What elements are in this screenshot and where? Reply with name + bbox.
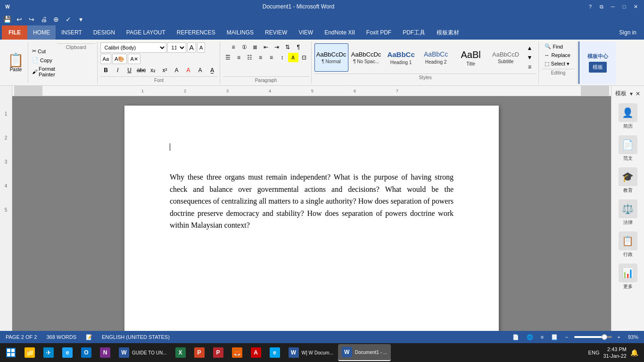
shading-btn[interactable]: A [288, 53, 298, 62]
taskbar-explorer[interactable]: 📁 [21, 344, 39, 361]
find-button[interactable]: 🔍 Find [542, 42, 575, 50]
borders-btn[interactable]: ⊡ [299, 53, 309, 62]
panel-expand-icon[interactable]: ▾ [630, 90, 633, 97]
draft-view-icon[interactable]: 📃 [549, 334, 560, 340]
italic-button[interactable]: I [112, 65, 124, 75]
taskbar-word-guide[interactable]: W GUIDE TO UN... [115, 344, 171, 361]
minimize-button[interactable]: ─ [608, 2, 618, 11]
panel-item-law[interactable]: ⚖️ 法律 [615, 197, 641, 228]
text-highlight-btn[interactable]: A [171, 65, 182, 75]
taskbar-edge[interactable]: e [266, 344, 284, 361]
panel-item-resume[interactable]: 👤 简历 [615, 101, 641, 132]
notification-icon[interactable]: 🔔 [630, 349, 638, 356]
font-color-drop-btn[interactable]: A [183, 65, 194, 75]
moban-button[interactable]: 模板 [589, 62, 607, 73]
taskbar-telegram[interactable]: ✈ [40, 344, 58, 361]
references-tab[interactable]: REFERENCES [171, 25, 221, 40]
help-button[interactable]: ? [586, 2, 595, 11]
subscript-button[interactable]: x₂ [148, 65, 159, 75]
multilevel-btn[interactable]: ≣ [250, 42, 260, 52]
font-name-select[interactable]: Calibri (Body) [100, 42, 166, 53]
taskbar-outlook[interactable]: O [77, 344, 95, 361]
pdf-tools-tab[interactable]: PDF工具 [397, 25, 431, 40]
char-shading-btn[interactable]: A [195, 65, 206, 75]
underline-button[interactable]: U [124, 65, 135, 75]
insert-tab[interactable]: INSERT [56, 25, 88, 40]
template-tab[interactable]: 模板素材 [431, 25, 465, 40]
sign-in-link[interactable]: Sign in [613, 29, 642, 36]
zoom-in-btn[interactable]: + [616, 334, 622, 340]
taskbar-ppt1[interactable]: P [190, 344, 208, 361]
close-button[interactable]: ✕ [631, 2, 640, 11]
zoom-level[interactable]: 93% [626, 334, 640, 340]
track-changes-icon[interactable]: 📝 [84, 334, 94, 340]
layout-view-icon[interactable]: 📄 [511, 334, 521, 340]
style-title[interactable]: AaBl Title [454, 43, 488, 72]
panel-header[interactable]: 模板 ▾ ✕ [611, 88, 644, 99]
font-color-btn[interactable]: A🎨 [112, 54, 127, 64]
superscript-button[interactable]: x² [159, 65, 171, 75]
font-size-select[interactable]: 11 [167, 42, 186, 53]
align-extra-btn[interactable]: ≡ [266, 53, 277, 62]
zoom-out-btn[interactable]: − [563, 334, 570, 340]
char-border-btn[interactable]: A̲ [206, 65, 218, 75]
page-info[interactable]: PAGE 2 OF 2 [4, 334, 39, 340]
bullets-btn[interactable]: ≡ [228, 42, 239, 52]
page-content[interactable]: Why these three organs must remain indep… [170, 171, 454, 231]
outline-view-icon[interactable]: ≡ [539, 334, 545, 340]
zoom-slider-track[interactable] [574, 336, 612, 338]
customize-quick-btn[interactable]: ▾ [75, 14, 86, 25]
panel-item-more[interactable]: 📊 更多 [615, 262, 641, 292]
print-quick-btn[interactable]: 🖨 [39, 14, 49, 25]
increase-indent-btn[interactable]: ⇥ [272, 42, 282, 52]
taskbar-lang[interactable]: ENG [588, 350, 600, 355]
taskbar-excel[interactable]: X [172, 344, 190, 361]
copy-button[interactable]: 📄 Copy [30, 56, 57, 64]
styles-scroll-up[interactable]: ▲ [525, 43, 535, 53]
endnote-tab[interactable]: EndNote X8 [319, 25, 361, 40]
select-button[interactable]: ⬚ Select ▾ [542, 60, 575, 68]
undo-quick-btn[interactable]: ↩ [14, 14, 25, 25]
numbering-btn[interactable]: ① [239, 42, 249, 52]
style-heading1[interactable]: AaBbCc Heading 1 [384, 43, 418, 72]
paste-button[interactable]: 📋 Paste [4, 42, 28, 83]
clear-format-btn[interactable]: A✕ [128, 54, 140, 64]
taskbar-clock[interactable]: 2:43 PM 31-Jan-22 [603, 346, 627, 360]
taskbar-ppt2[interactable]: P [209, 344, 227, 361]
quick-print-btn[interactable]: ⊕ [51, 14, 61, 25]
line-spacing-btn[interactable]: ↕ [277, 53, 288, 62]
panel-close-icon[interactable]: ✕ [636, 90, 640, 97]
style-no-spacing[interactable]: AaBbCcDc ¶ No Spac... [349, 43, 383, 72]
taskbar-acrobat[interactable]: A [247, 344, 265, 361]
web-view-icon[interactable]: 🌐 [525, 334, 535, 340]
align-left-btn[interactable]: ☰ [223, 53, 233, 62]
review-tab[interactable]: REVIEW [259, 25, 293, 40]
panel-item-template[interactable]: 📄 范文 [615, 133, 641, 164]
format-painter-button[interactable]: 🖌 Format Painter [30, 65, 57, 78]
show-hide-btn[interactable]: ¶ [293, 42, 304, 52]
panel-item-admin[interactable]: 📋 行政 [615, 230, 641, 260]
redo-quick-btn[interactable]: ↪ [26, 14, 37, 25]
style-subtitle[interactable]: AaBbCcD Subtitle [489, 43, 523, 72]
style-normal[interactable]: AaBbCcDc ¶ Normal [314, 43, 348, 72]
page-layout-tab[interactable]: PAGE LAYOUT [121, 25, 171, 40]
align-right-btn[interactable]: ☷ [245, 53, 255, 62]
strikethrough-button[interactable]: abc [136, 65, 147, 75]
home-tab[interactable]: HOME [27, 25, 56, 40]
restore-button[interactable]: ⧉ [597, 2, 606, 11]
taskbar-onenote[interactable]: N [96, 344, 114, 361]
bold-button[interactable]: B [100, 65, 112, 75]
style-heading2[interactable]: AaBbCc Heading 2 [419, 43, 453, 72]
replace-button[interactable]: ↔ Replace [542, 51, 575, 59]
spelling-quick-btn[interactable]: ✓ [63, 14, 74, 25]
taskbar-word-doc[interactable]: W W] W Docum... [285, 344, 337, 361]
sort-btn[interactable]: ⇅ [282, 42, 293, 52]
maximize-button[interactable]: □ [619, 2, 629, 11]
justify-btn[interactable]: ≡ [256, 53, 266, 62]
decrease-font-btn[interactable]: A [197, 42, 205, 53]
panel-item-education[interactable]: 🎓 教育 [615, 165, 641, 196]
font-style-aa-btn[interactable]: Aa [100, 54, 111, 64]
file-tab[interactable]: FILE [2, 25, 27, 40]
taskbar-ie[interactable]: e [58, 344, 76, 361]
increase-font-btn[interactable]: A [187, 42, 196, 53]
